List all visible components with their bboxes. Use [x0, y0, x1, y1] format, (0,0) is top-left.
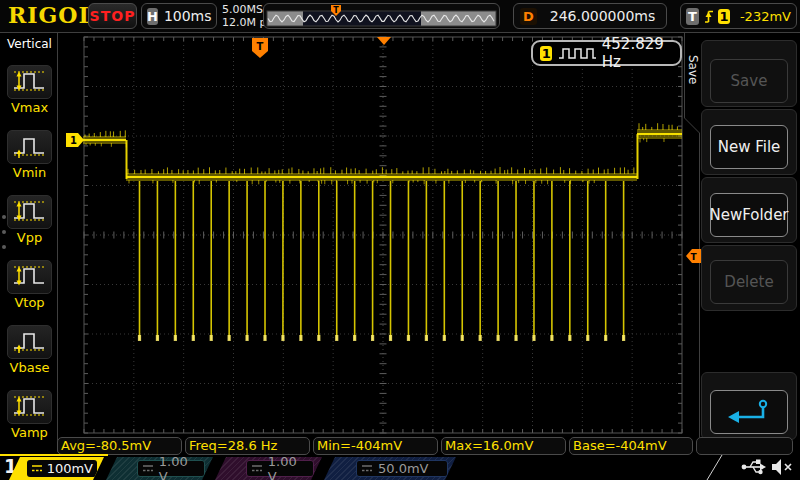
ch2-scale: 1.00 V: [159, 454, 200, 480]
measurement-max: Max=16.0mV: [441, 437, 566, 455]
ch1-scale: 100mV: [47, 461, 93, 476]
menu-cell: NewFolder: [701, 177, 797, 243]
dc-coupling-icon: [251, 464, 263, 473]
menu-cell: [701, 372, 797, 440]
oscilloscope-screen: RIGOL STOP H 100ms 5.00MSa/s 12.0M pts T…: [0, 0, 800, 480]
speaker-muted-icon: [772, 459, 791, 475]
center-position-marker: [377, 37, 391, 45]
ch3-scale: 1.00 V: [268, 454, 309, 480]
trigger-level-marker: T: [686, 249, 701, 263]
menu-item-back[interactable]: [710, 390, 788, 434]
trigger-position-marker: T: [252, 38, 268, 58]
svg-text:T: T: [691, 252, 698, 262]
svg-text:1: 1: [70, 135, 77, 146]
menu-item-new-file[interactable]: New File: [710, 125, 788, 169]
channel-status-bar: 1 100mV 2 1.00 V 3: [0, 455, 800, 480]
freq-counter-value: 452.829 Hz: [602, 35, 673, 71]
menu-cell: New File: [701, 109, 797, 175]
measurement-empty-slot: [696, 437, 793, 455]
return-arrow-icon: [723, 397, 775, 427]
menu-item-delete[interactable]: Delete: [710, 260, 788, 304]
menu-item-save[interactable]: Save: [710, 59, 788, 103]
menu-tab-title: Save: [686, 55, 700, 84]
frequency-counter-badge: 1 452.829 Hz: [531, 40, 682, 66]
channel-block-1[interactable]: 100mV: [9, 457, 104, 480]
ch4-scale: 50.0mV: [378, 461, 429, 476]
dc-coupling-icon: [361, 464, 373, 473]
measurement-avg: Avg=-80.5mV: [57, 437, 182, 455]
waveform-display: 1TT: [0, 0, 800, 480]
measurement-min: Min=-404mV: [313, 437, 438, 455]
svg-text:T: T: [257, 41, 264, 52]
freq-source-chip: 1: [540, 46, 552, 61]
menu-cell: Save: [701, 40, 797, 107]
channel-block-2[interactable]: 1.00 V: [106, 457, 213, 480]
menu-cell: Delete: [701, 245, 797, 311]
ch1-level-marker: 1: [66, 133, 84, 147]
usb-icon: [742, 460, 766, 475]
graticule: [0, 33, 800, 453]
channel-block-4[interactable]: 50.0mV: [324, 457, 456, 480]
statusbar-right: [700, 455, 800, 480]
square-wave-icon: [558, 46, 595, 60]
dc-coupling-icon: [142, 464, 154, 473]
measurement-freq: Freq=28.6 Hz: [185, 437, 310, 455]
measurement-base: Base=-404mV: [569, 437, 693, 455]
channel-block-3[interactable]: 1.00 V: [215, 457, 322, 480]
dc-coupling-icon: [31, 464, 42, 473]
menu-item-new-folder[interactable]: NewFolder: [710, 193, 788, 237]
